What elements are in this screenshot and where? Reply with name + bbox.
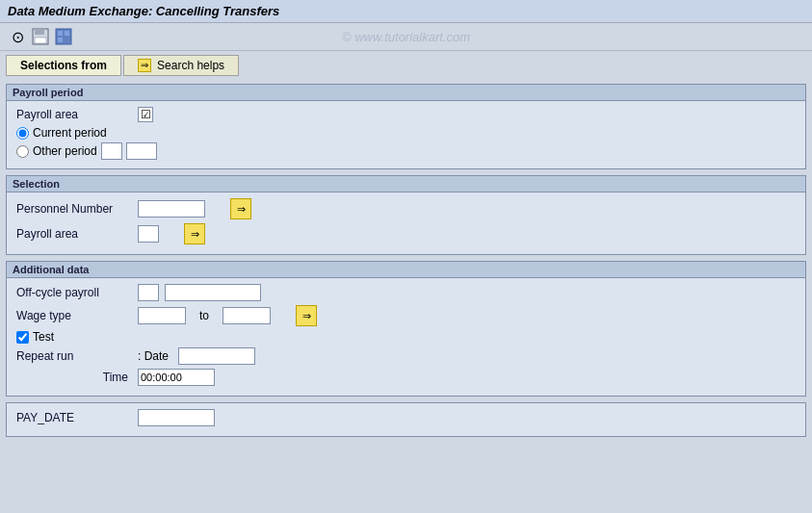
personnel-number-input[interactable] [138, 200, 205, 218]
repeat-run-row: Repeat run : Date [16, 347, 796, 365]
wage-type-row: Wage type to ⇒ [16, 305, 796, 326]
time-input[interactable] [138, 369, 215, 386]
tab-search-helps[interactable]: ⇒ Search helps [123, 55, 239, 76]
watermark: © www.tutorialkart.com [342, 30, 470, 44]
title-bar: Data Medium Exchange: Cancelling Transfe… [0, 0, 812, 23]
time-row: Time [16, 369, 796, 386]
payroll-period-header: Payroll period [7, 85, 805, 101]
toolbar: ⊙ © www.tutorialkart.com [0, 23, 812, 51]
other-period-label: Other period [33, 144, 97, 158]
main-content: Payroll period Payroll area ☑ Current pe… [0, 80, 812, 441]
additional-data-body: Off-cycle payroll Wage type to ⇒ Test Re… [7, 278, 805, 396]
off-cycle-input2[interactable] [165, 284, 261, 301]
off-cycle-input1[interactable] [138, 284, 159, 301]
pay-date-section: PAY_DATE [6, 402, 806, 437]
payroll-area-label: Payroll area [16, 108, 132, 121]
pay-date-body: PAY_DATE [7, 403, 805, 436]
test-row: Test [16, 330, 796, 344]
other-period-row: Other period [16, 142, 796, 160]
test-checkbox[interactable] [16, 331, 29, 344]
pay-date-row: PAY_DATE [16, 409, 796, 426]
selection-body: Personnel Number ⇒ Payroll area ⇒ [7, 192, 805, 254]
tab-selections-label: Selections from [20, 59, 107, 72]
off-cycle-row: Off-cycle payroll [16, 284, 796, 301]
personnel-number-action-btn[interactable]: ⇒ [230, 198, 251, 219]
pay-date-input[interactable] [138, 409, 215, 426]
to-label: to [199, 309, 209, 322]
selection-section: Selection Personnel Number ⇒ Payroll are… [6, 175, 806, 255]
wage-type-label: Wage type [16, 309, 132, 322]
current-period-row: Current period [16, 126, 796, 140]
svg-rect-1 [35, 29, 44, 35]
svg-rect-6 [58, 38, 63, 42]
other-period-input2[interactable] [126, 142, 157, 160]
test-label: Test [33, 330, 54, 344]
payroll-period-section: Payroll period Payroll area ☑ Current pe… [6, 84, 806, 169]
payroll-area-action-btn[interactable]: ⇒ [184, 223, 205, 244]
tab-selections-from[interactable]: Selections from [6, 55, 121, 76]
personnel-number-row: Personnel Number ⇒ [16, 198, 796, 219]
wage-type-action-btn[interactable]: ⇒ [296, 305, 317, 326]
other-period-input1[interactable] [101, 142, 122, 160]
payroll-area-sel-row: Payroll area ⇒ [16, 223, 796, 244]
repeat-run-date-input[interactable] [178, 347, 255, 365]
personnel-number-label: Personnel Number [16, 202, 132, 216]
svg-rect-5 [65, 31, 69, 36]
time-label: Time [16, 371, 132, 384]
tab-arrow-icon: ⇒ [138, 59, 151, 72]
tab-search-label: Search helps [157, 59, 224, 72]
payroll-area-checkbox[interactable]: ☑ [138, 107, 153, 122]
wage-type-input-to[interactable] [223, 307, 271, 324]
layout-icon[interactable] [54, 27, 73, 46]
date-label: : Date [138, 349, 169, 363]
tabs-bar: Selections from ⇒ Search helps [0, 51, 812, 80]
current-period-radio[interactable] [16, 127, 29, 140]
payroll-area-row: Payroll area ☑ [16, 107, 796, 122]
current-period-label: Current period [33, 126, 107, 140]
wage-type-input-from[interactable] [138, 307, 186, 324]
payroll-period-body: Payroll area ☑ Current period Other peri… [7, 101, 805, 168]
selection-header: Selection [7, 176, 805, 192]
payroll-area-sel-label: Payroll area [16, 227, 132, 241]
back-icon[interactable]: ⊙ [8, 27, 27, 46]
svg-rect-4 [58, 31, 63, 36]
save-icon[interactable] [31, 27, 50, 46]
additional-data-header: Additional data [7, 262, 805, 278]
repeat-run-label: Repeat run [16, 349, 132, 363]
off-cycle-label: Off-cycle payroll [16, 286, 132, 299]
other-period-radio[interactable] [16, 145, 29, 158]
pay-date-label: PAY_DATE [16, 411, 132, 424]
svg-rect-2 [35, 38, 46, 43]
title-text: Data Medium Exchange: Cancelling Transfe… [8, 4, 279, 18]
additional-data-section: Additional data Off-cycle payroll Wage t… [6, 261, 806, 397]
payroll-area-sel-input[interactable] [138, 225, 159, 243]
